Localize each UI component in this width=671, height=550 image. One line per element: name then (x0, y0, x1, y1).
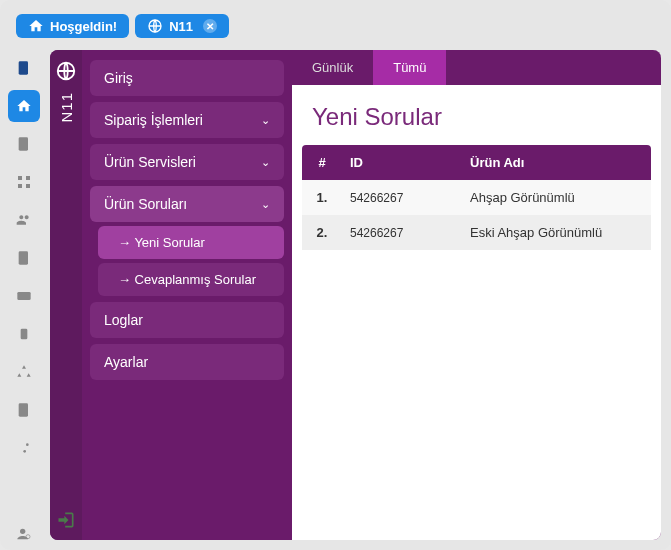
chevron-down-icon: ⌄ (261, 156, 270, 169)
rail-grid[interactable] (8, 166, 40, 198)
sidebar-item-urun-sorulari[interactable]: Ürün Soruları ⌄ (90, 186, 284, 222)
globe-icon (147, 18, 163, 34)
sidebar-submenu: → Yeni Sorular → Cevaplanmış Sorular (90, 226, 284, 296)
sidebar-item-label: Ürün Soruları (104, 196, 187, 212)
svg-point-5 (20, 529, 25, 534)
rail-home[interactable] (8, 90, 40, 122)
rail-book3[interactable] (8, 242, 40, 274)
sidebar-item-loglar[interactable]: Loglar (90, 302, 284, 338)
cell-name: Eski Ahşap Görünümlü (462, 215, 651, 250)
icon-rail (0, 46, 48, 550)
svg-point-6 (26, 535, 30, 539)
cell-id: 54266267 (342, 216, 462, 250)
page-title: Yeni Sorular (292, 85, 661, 145)
svg-point-3 (26, 443, 29, 446)
sidebar-item-urun-servisleri[interactable]: Ürün Servisleri ⌄ (90, 144, 284, 180)
sub-item-cevaplanmis[interactable]: → Cevaplanmış Sorular (98, 263, 284, 296)
sidebar-item-label: Sipariş İşlemleri (104, 112, 203, 128)
tab-tumu[interactable]: Tümü (373, 50, 446, 85)
th-number: # (302, 145, 342, 180)
tab-n11[interactable]: N11 ✕ (135, 14, 229, 38)
tab-n11-label: N11 (169, 19, 193, 34)
brand-strip: N11 (50, 50, 82, 540)
sidebar-item-giris[interactable]: Giriş (90, 60, 284, 96)
tab-gunluk[interactable]: Günlük (292, 50, 373, 85)
sidebar-item-siparis[interactable]: Sipariş İşlemleri ⌄ (90, 102, 284, 138)
sidebar-item-ayarlar[interactable]: Ayarlar (90, 344, 284, 380)
content-panel: Günlük Tümü Yeni Sorular # ID Ürün Adı 1… (292, 50, 661, 540)
rail-book4[interactable] (8, 394, 40, 426)
rail-recycle[interactable] (8, 356, 40, 388)
rail-device[interactable] (8, 318, 40, 350)
sidebar: Giriş Sipariş İşlemleri ⌄ Ürün Servisler… (82, 50, 292, 540)
sub-item-label: → Cevaplanmış Sorular (118, 272, 256, 287)
chevron-down-icon: ⌄ (261, 198, 270, 211)
app-root: Hoşgeldin! N11 ✕ (0, 0, 671, 550)
content-tabs: Günlük Tümü (292, 50, 661, 85)
cell-number: 1. (302, 180, 342, 215)
brand-globe-icon (55, 60, 77, 82)
sub-item-yeni-sorular[interactable]: → Yeni Sorular (98, 226, 284, 259)
brand-label: N11 (58, 92, 75, 123)
rail-user-settings[interactable] (8, 518, 40, 550)
module: N11 Giriş Sipariş İşlemleri ⌄ Ürün Servi… (50, 50, 661, 540)
chevron-down-icon: ⌄ (261, 114, 270, 127)
rail-sliders[interactable] (8, 432, 40, 464)
svg-point-4 (23, 450, 26, 453)
th-name: Ürün Adı (462, 145, 651, 180)
svg-rect-1 (17, 292, 30, 300)
main-area: N11 Giriş Sipariş İşlemleri ⌄ Ürün Servi… (0, 46, 671, 550)
sidebar-item-label: Ayarlar (104, 354, 148, 370)
svg-rect-2 (21, 329, 28, 340)
sub-item-label: → Yeni Sorular (118, 235, 205, 250)
sidebar-item-label: Giriş (104, 70, 133, 86)
th-id: ID (342, 145, 462, 180)
close-icon[interactable]: ✕ (203, 19, 217, 33)
tab-welcome[interactable]: Hoşgeldin! (16, 14, 129, 38)
cell-name: Ahşap Görünümlü (462, 180, 651, 215)
table-row[interactable]: 1. 54266267 Ahşap Görünümlü (302, 180, 651, 215)
rail-users[interactable] (8, 204, 40, 236)
cell-number: 2. (302, 215, 342, 250)
top-tabs: Hoşgeldin! N11 ✕ (0, 0, 671, 46)
home-icon (28, 18, 44, 34)
questions-table: # ID Ürün Adı 1. 54266267 Ahşap Görünüml… (302, 145, 651, 250)
tab-welcome-label: Hoşgeldin! (50, 19, 117, 34)
rail-card[interactable] (8, 280, 40, 312)
table-row[interactable]: 2. 54266267 Eski Ahşap Görünümlü (302, 215, 651, 250)
rail-book[interactable] (8, 52, 40, 84)
cell-id: 54266267 (342, 181, 462, 215)
table-header: # ID Ürün Adı (302, 145, 651, 180)
logout-icon[interactable] (56, 510, 76, 530)
rail-book2[interactable] (8, 128, 40, 160)
sidebar-item-label: Loglar (104, 312, 143, 328)
sidebar-item-label: Ürün Servisleri (104, 154, 196, 170)
